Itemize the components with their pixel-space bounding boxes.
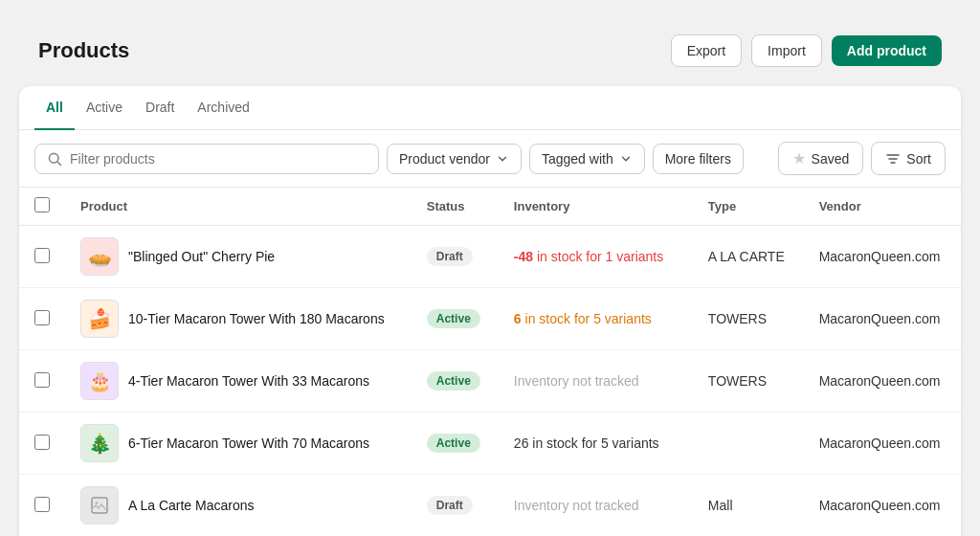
vendor-cell: MacaronQueen.com xyxy=(804,350,961,413)
vendor-cell: MacaronQueen.com xyxy=(804,226,961,288)
row-checkbox-cell[interactable] xyxy=(19,226,65,288)
product-info: 🍰 10-Tier Macaron Tower With 180 Macaron… xyxy=(80,300,396,338)
status-cell: Draft xyxy=(412,226,499,288)
vendor-cell: MacaronQueen.com xyxy=(804,475,961,537)
tab-active[interactable]: Active xyxy=(75,86,134,130)
product-name: A La Carte Macarons xyxy=(128,498,255,513)
svg-line-1 xyxy=(57,161,61,165)
product-name: "Blinged Out" Cherry Pie xyxy=(128,249,275,264)
col-header-status: Status xyxy=(412,188,499,226)
sort-button[interactable]: Sort xyxy=(871,142,946,175)
inventory-text: 26 in stock for 5 variants xyxy=(514,436,659,451)
svg-point-3 xyxy=(96,502,99,504)
product-vendor-label: Product vendor xyxy=(399,151,490,167)
product-cell: 🍰 10-Tier Macaron Tower With 180 Macaron… xyxy=(65,288,412,350)
export-button[interactable]: Export xyxy=(671,34,742,67)
main-card: All Active Draft Archived Product vendor xyxy=(19,86,961,536)
saved-label: Saved xyxy=(812,151,850,167)
status-cell: Active xyxy=(412,413,499,475)
product-cell: A La Carte Macarons xyxy=(65,475,412,537)
status-cell: Draft xyxy=(412,475,499,537)
table-row: 🎂 4-Tier Macaron Tower With 33 Macarons … xyxy=(19,350,961,413)
status-badge: Active xyxy=(427,371,480,391)
row-checkbox-cell[interactable] xyxy=(19,475,65,537)
sort-icon xyxy=(885,151,901,167)
page-wrapper: Products Export Import Add product All A… xyxy=(19,19,961,536)
star-icon: ★ xyxy=(792,149,806,168)
product-cell: 🎂 4-Tier Macaron Tower With 33 Macarons xyxy=(65,350,412,413)
chevron-down-icon xyxy=(496,152,509,166)
more-filters-label: More filters xyxy=(665,151,731,167)
status-badge: Draft xyxy=(427,247,473,266)
type-cell: TOWERS xyxy=(693,288,804,350)
products-table: Product Status Inventory Type Vendor 🥧 "… xyxy=(19,188,961,536)
product-thumbnail: 🎂 xyxy=(80,362,119,400)
row-checkbox-2[interactable] xyxy=(34,372,50,388)
tagged-with-filter[interactable]: Tagged with xyxy=(529,144,645,174)
filters-row: Product vendor Tagged with More filters … xyxy=(19,130,961,188)
page-header: Products Export Import Add product xyxy=(19,19,961,86)
inventory-text: -48 in stock for 1 variants xyxy=(514,249,663,264)
col-header-inventory: Inventory xyxy=(499,188,693,226)
tab-all[interactable]: All xyxy=(34,86,75,130)
product-thumbnail: 🎄 xyxy=(80,424,119,462)
inventory-text: Inventory not tracked xyxy=(514,373,639,389)
col-header-type: Type xyxy=(693,188,804,226)
more-filters-button[interactable]: More filters xyxy=(653,144,744,174)
table-row: A La Carte Macarons DraftInventory not t… xyxy=(19,475,961,537)
search-input[interactable] xyxy=(70,151,367,167)
inventory-text: Inventory not tracked xyxy=(514,498,639,513)
status-badge: Draft xyxy=(427,496,473,515)
vendor-cell: MacaronQueen.com xyxy=(804,413,961,475)
product-thumbnail xyxy=(80,486,119,525)
stock-number: 6 in stock for 5 variants xyxy=(514,311,652,326)
search-box[interactable] xyxy=(34,144,379,174)
row-checkbox-1[interactable] xyxy=(34,310,50,325)
type-cell xyxy=(693,413,804,475)
row-checkbox-0[interactable] xyxy=(34,248,50,263)
status-badge: Active xyxy=(427,434,480,453)
inventory-cell: Inventory not tracked xyxy=(499,475,693,537)
inventory-cell: 26 in stock for 5 variants xyxy=(499,413,693,475)
search-icon xyxy=(47,151,62,167)
col-header-vendor: Vendor xyxy=(804,188,961,226)
select-all-header[interactable] xyxy=(19,188,65,226)
table-row: 🥧 "Blinged Out" Cherry Pie Draft-48 in s… xyxy=(19,226,961,288)
row-checkbox-cell[interactable] xyxy=(19,350,65,413)
type-cell: Mall xyxy=(693,475,804,537)
inventory-cell: -48 in stock for 1 variants xyxy=(499,226,693,288)
status-cell: Active xyxy=(412,288,499,350)
type-cell: A LA CARTE xyxy=(693,226,804,288)
vendor-cell: MacaronQueen.com xyxy=(804,288,961,350)
product-info: 🥧 "Blinged Out" Cherry Pie xyxy=(80,237,396,276)
inventory-cell: Inventory not tracked xyxy=(499,350,693,413)
add-product-button[interactable]: Add product xyxy=(832,35,942,66)
product-vendor-filter[interactable]: Product vendor xyxy=(387,144,522,174)
product-cell: 🎄 6-Tier Macaron Tower With 70 Macarons xyxy=(65,413,412,475)
product-info: A La Carte Macarons xyxy=(80,486,396,525)
header-actions: Export Import Add product xyxy=(671,34,942,67)
tab-archived[interactable]: Archived xyxy=(186,86,260,130)
product-info: 🎂 4-Tier Macaron Tower With 33 Macarons xyxy=(80,362,396,400)
chevron-down-icon-2 xyxy=(619,152,633,166)
status-cell: Active xyxy=(412,350,499,413)
import-button[interactable]: Import xyxy=(751,34,822,67)
product-info: 🎄 6-Tier Macaron Tower With 70 Macarons xyxy=(80,424,396,462)
product-name: 4-Tier Macaron Tower With 33 Macarons xyxy=(128,373,369,389)
tab-draft[interactable]: Draft xyxy=(134,86,186,130)
row-checkbox-3[interactable] xyxy=(34,435,50,450)
col-header-product: Product xyxy=(65,188,412,226)
row-checkbox-cell[interactable] xyxy=(19,288,65,350)
inventory-cell: 6 in stock for 5 variants xyxy=(499,288,693,350)
saved-button[interactable]: ★ Saved xyxy=(778,142,864,175)
product-thumbnail: 🍰 xyxy=(80,300,119,338)
tagged-with-label: Tagged with xyxy=(542,151,613,167)
row-checkbox-4[interactable] xyxy=(34,497,50,512)
type-cell: TOWERS xyxy=(693,350,804,413)
table-row: 🎄 6-Tier Macaron Tower With 70 Macarons … xyxy=(19,413,961,475)
sort-label: Sort xyxy=(906,151,931,167)
product-thumbnail: 🥧 xyxy=(80,237,119,276)
select-all-checkbox[interactable] xyxy=(34,197,50,212)
table-row: 🍰 10-Tier Macaron Tower With 180 Macaron… xyxy=(19,288,961,350)
row-checkbox-cell[interactable] xyxy=(19,413,65,475)
